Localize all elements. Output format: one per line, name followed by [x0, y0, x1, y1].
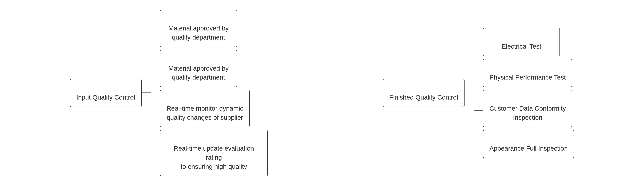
- left-connector-svg: [142, 26, 160, 160]
- left-root-label: Input Quality Control: [76, 94, 135, 101]
- right-branch-2-label: Physical Performance Test: [490, 74, 566, 81]
- left-branch-4: Real-time update evaluation rating to en…: [160, 130, 268, 176]
- right-diagram: Finished Quality Control Electrical Test…: [383, 28, 574, 158]
- left-branch-1-label: Material approved by quality department: [168, 25, 229, 41]
- right-branch-3-label: Customer Data Conformity Inspection: [490, 105, 566, 121]
- left-branch-2-label: Material approved by quality department: [168, 65, 229, 81]
- right-connector-svg: [464, 33, 483, 154]
- left-root-box: Input Quality Control: [70, 79, 142, 107]
- left-branch-4-label: Real-time update evaluation rating to en…: [174, 145, 254, 170]
- right-branch-1-label: Electrical Test: [502, 43, 541, 50]
- left-branch-2: Material approved by quality department: [160, 50, 237, 87]
- left-branch-3-label: Real-time monitor dynamic quality change…: [166, 105, 244, 121]
- left-branch-1: Material approved by quality department: [160, 10, 237, 47]
- right-root-box: Finished Quality Control: [383, 79, 464, 107]
- right-branch-1: Electrical Test: [483, 28, 560, 56]
- right-branch-4: Appearance Full Inspection: [483, 130, 574, 158]
- left-branches: Material approved by quality department …: [160, 10, 268, 176]
- left-branch-3: Real-time monitor dynamic quality change…: [160, 90, 250, 127]
- right-branch-3: Customer Data Conformity Inspection: [483, 90, 572, 127]
- left-diagram: Input Quality Control Material approved …: [70, 10, 268, 176]
- right-branch-2: Physical Performance Test: [483, 59, 572, 87]
- right-branch-4-label: Appearance Full Inspection: [490, 145, 568, 152]
- right-root-label: Finished Quality Control: [389, 94, 458, 101]
- right-branches: Electrical Test Physical Performance Tes…: [483, 28, 574, 158]
